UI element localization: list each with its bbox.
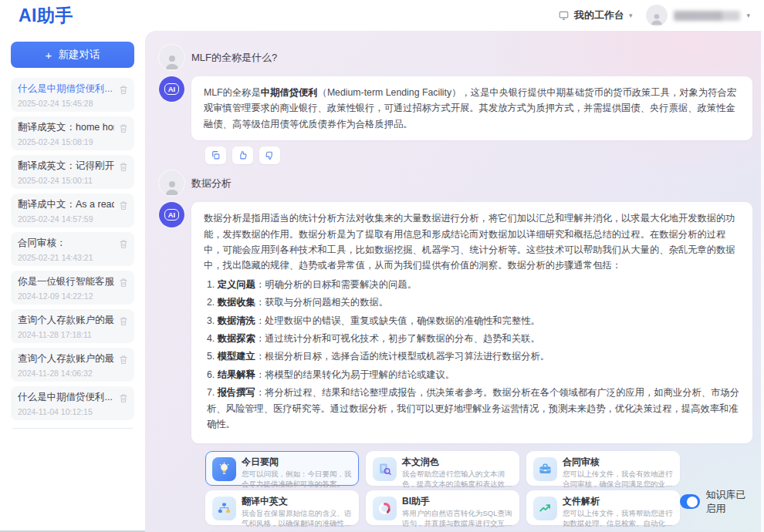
briefcase-icon xyxy=(533,457,557,481)
new-chat-label: 新建对话 xyxy=(58,48,100,62)
delete-chat-icon[interactable] xyxy=(119,315,128,325)
analysis-step-item: 5. 模型建立：根据分析目标，选择合适的统计模型或机器学习算法进行数据分析。 xyxy=(204,348,740,364)
analysis-steps-list: 1. 定义问题：明确分析的目标和需要解决的问题。 2. 数据收集：获取与分析问题… xyxy=(204,277,740,433)
toggle-knob xyxy=(687,497,698,507)
knowledge-base-label: 知识库已启用 xyxy=(706,488,749,516)
new-chat-button[interactable]: + 新建对话 xyxy=(11,42,134,68)
ai-avatar: AI xyxy=(159,76,184,102)
chat-history-item[interactable]: 翻译成英文：home home 2025-02-24 15:08:19 xyxy=(11,116,134,150)
chat-history-list: 什么是中期借贷便利... 2025-02-24 15:45:28 翻译成英文：h… xyxy=(11,78,134,425)
step-number: 5. xyxy=(207,351,215,362)
step-number: 1. xyxy=(207,279,215,290)
step-number: 4. xyxy=(207,333,215,344)
chat-history-title: 翻译成英文：记得刚开始... xyxy=(18,160,114,173)
feature-title: BI助手 xyxy=(402,496,512,508)
ai-avatar: AI xyxy=(159,202,184,227)
step-label: 报告撰写 xyxy=(218,387,255,398)
user-menu[interactable]: ████████ ▾ xyxy=(646,5,750,26)
chat-history-timestamp: 2025-02-24 14:57:59 xyxy=(18,214,114,224)
step-label: 数据收集 xyxy=(218,297,255,308)
knowledge-base-toggle[interactable] xyxy=(680,494,700,509)
chat-history-item[interactable]: 查询个人存款账户的最新... 2024-11-28 17:18:11 xyxy=(11,309,134,343)
scrollbar-track[interactable] xyxy=(761,31,764,532)
workspace-menu[interactable]: 我的工作台 ▾ xyxy=(558,8,633,22)
ai-response-card: MLF的全称是中期借贷便利（Medium-term Lending Facili… xyxy=(191,76,752,140)
chat-history-item[interactable]: 翻译成中文：As a reader... 2025-02-24 14:57:59 xyxy=(11,194,134,227)
thumbs-down-button[interactable] xyxy=(259,146,280,164)
chat-history-item[interactable]: 什么是中期借贷便利... 2025-02-24 15:45:28 xyxy=(11,78,134,112)
feature-title: 本文润色 xyxy=(402,456,512,469)
chat-history-title: 查询个人存款账户的最新... xyxy=(18,314,114,327)
user-avatar xyxy=(159,170,184,196)
step-text: 处理数据中的错误、重复或缺失值，确保数据的准确性和完整性。 xyxy=(265,315,540,326)
document-magnifier-icon xyxy=(373,457,397,481)
user-avatar xyxy=(646,5,668,26)
chat-history-item[interactable]: 查询个人存款账户的最新... 2024-11-28 14:06:32 xyxy=(11,348,134,382)
plus-icon: + xyxy=(46,49,52,62)
user-avatar xyxy=(159,45,184,70)
step-number: 6. xyxy=(207,369,215,380)
feature-card-contract-review[interactable]: 合同审核 您可以上传文件，我会有效地进行合同审核，确保合同满足您的业务需求。 xyxy=(526,451,680,486)
feature-desc: 您可以上传文件，我会有效地进行合同审核，确保合同满足您的业务需求。 xyxy=(563,470,673,490)
delete-chat-icon[interactable] xyxy=(119,354,128,364)
workspace-label: 我的工作台 xyxy=(574,8,624,22)
chat-history-timestamp: 2024-11-04 10:12:15 xyxy=(18,407,114,416)
analysis-step-item: 6. 结果解释：将模型的结果转化为易于理解的结论或建议。 xyxy=(204,367,740,382)
feature-title: 翻译中英文 xyxy=(242,496,352,508)
chat-history-timestamp: 2024-11-28 17:18:11 xyxy=(18,330,114,339)
user-message-row: 数据分析 xyxy=(159,170,756,196)
app-logo: AI助手 xyxy=(19,4,73,28)
person-icon xyxy=(163,177,181,196)
username-redacted: ████████ xyxy=(674,11,740,21)
chat-history-timestamp: 2025-02-21 14:43:21 xyxy=(18,253,114,262)
delete-chat-icon[interactable] xyxy=(119,200,128,210)
step-separator: ： xyxy=(255,315,265,326)
step-separator: ： xyxy=(255,333,265,344)
feature-card-text-polish[interactable]: 本文润色 我会帮助您进行您输入的文本润色，提高文本的流畅度和表达效果。 xyxy=(366,451,519,486)
feature-card-bi-assistant[interactable]: BI助手 将用户的自然语言转化为SQL查询语句，并直接与数据库进行交互，返回智能… xyxy=(366,490,519,525)
chat-history-timestamp: 2025-02-24 15:08:19 xyxy=(18,137,114,146)
feature-card-file-parse[interactable]: 文件解析 您可以上传文件，我将帮助您进行如数据处理、信息检索、自动化办公等。 xyxy=(526,490,680,525)
step-label: 定义问题 xyxy=(218,279,255,290)
delete-chat-icon[interactable] xyxy=(119,238,128,248)
chat-history-item[interactable]: 什么是中期借贷便利... 2024-11-04 10:12:15 xyxy=(11,386,134,420)
analysis-step-item: 1. 定义问题：明确分析的目标和需要解决的问题。 xyxy=(204,277,740,292)
delete-chat-icon[interactable] xyxy=(119,161,128,171)
person-icon xyxy=(649,11,664,26)
thumbs-down-icon xyxy=(265,150,275,160)
chat-history-title: 翻译成英文：home home xyxy=(18,121,114,134)
chat-history-timestamp: 2025-02-24 15:00:11 xyxy=(18,176,114,185)
thumbs-up-button[interactable] xyxy=(232,146,253,164)
delete-chat-icon[interactable] xyxy=(119,392,128,402)
sidebar-divider xyxy=(12,428,133,429)
chat-history-timestamp: 2024-11-28 14:06:32 xyxy=(18,369,114,378)
knowledge-base-toggle-row: 知识库已启用 xyxy=(680,488,749,516)
chat-history-item[interactable]: 你是一位银行智能客服，... 2024-12-09 14:22:12 xyxy=(11,271,134,305)
feature-cards-zone: 今日要闻 您可以问我，例如：今日要闻，我会尽力提供准确和可靠的答案。 本文润色 … xyxy=(205,451,756,525)
chat-history-title: 什么是中期借贷便利... xyxy=(18,391,114,404)
feature-title: 合同审核 xyxy=(563,456,673,469)
step-text: 将分析过程、结果和结论整理成报告，供决策者参考。数据分析在各个领域都有广泛的应用… xyxy=(207,387,739,429)
top-header: AI助手 我的工作台 ▾ ████████ ▾ xyxy=(0,0,764,31)
thumbs-up-icon xyxy=(238,150,248,160)
chat-history-timestamp: 2024-12-09 14:22:12 xyxy=(18,291,114,301)
feature-desc: 我会帮助您进行您输入的文本润色，提高文本的流畅度和表达效果。 xyxy=(402,470,512,490)
chevron-down-icon: ▾ xyxy=(629,12,633,19)
chat-history-item[interactable]: 合同审核： 2025-02-21 14:43:21 xyxy=(11,232,134,266)
copy-button[interactable] xyxy=(205,146,226,164)
step-text: 将模型的结果转化为易于理解的结论或建议。 xyxy=(265,369,455,380)
feature-desc: 您可以上传文件，我将帮助您进行如数据处理、信息检索、自动化办公等。 xyxy=(563,509,673,529)
step-text: 获取与分析问题相关的数据。 xyxy=(265,297,388,308)
user-message-row: MLF的全称是什么? xyxy=(159,45,756,70)
delete-chat-icon[interactable] xyxy=(119,277,128,287)
chat-history-timestamp: 2025-02-24 15:45:28 xyxy=(18,99,114,108)
bulb-icon xyxy=(212,457,236,481)
step-separator: ： xyxy=(255,387,265,398)
feature-card-today-news[interactable]: 今日要闻 您可以问我，例如：今日要闻，我会尽力提供准确和可靠的答案。 xyxy=(205,451,359,486)
delete-chat-icon[interactable] xyxy=(119,123,128,133)
chat-history-item[interactable]: 翻译成英文：记得刚开始... 2025-02-24 15:00:11 xyxy=(11,155,134,189)
chat-history-title: 翻译成中文：As a reader... xyxy=(18,198,114,211)
feature-card-translate[interactable]: 翻译中英文 我会旨在保留原始信息的含义、语气和风格，以确保翻译的准确性和自然流畅… xyxy=(205,490,359,525)
chat-history-title: 你是一位银行智能客服，... xyxy=(18,275,114,288)
delete-chat-icon[interactable] xyxy=(119,84,128,94)
